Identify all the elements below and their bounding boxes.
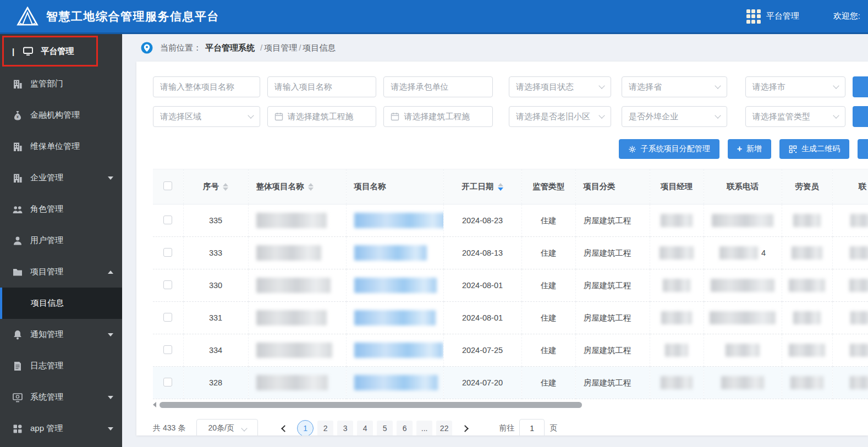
cell-labor-redacted [782, 302, 832, 334]
sort-desc-icon[interactable] [308, 187, 314, 191]
apps-grid-icon[interactable] [746, 9, 761, 24]
page-button-4[interactable]: 4 [357, 421, 373, 436]
placeholder-text: 请选择是否老旧小区 [516, 112, 590, 122]
sidebar-item-日志管理[interactable]: 日志管理 [0, 350, 122, 382]
page-button-1[interactable]: 1 [297, 420, 314, 435]
goto-page-input[interactable]: 1 [519, 419, 545, 435]
select-请选择市[interactable]: 请选择市 [745, 76, 846, 97]
sidebar-item-通知管理[interactable]: 通知管理 [0, 319, 122, 350]
cell-manager-redacted [650, 269, 704, 302]
select-请选择建筑工程施[interactable]: 请选择建筑工程施 [267, 106, 377, 127]
select-请选择是否老旧小区[interactable]: 请选择是否老旧小区 [509, 106, 611, 127]
select-请选择监管类型[interactable]: 请选择监管类型 [745, 106, 846, 127]
cell-category: 房屋建筑工程 [575, 367, 650, 399]
action-button-生成二维码[interactable]: 生成二维码 [779, 139, 849, 159]
page-button-2[interactable]: 2 [317, 421, 333, 436]
page-button-3[interactable]: 3 [337, 421, 353, 436]
sidebar-item-金融机构管理[interactable]: ¥金融机构管理 [0, 100, 122, 131]
column-label: 联 [859, 182, 867, 191]
sidebar-item-label: 平台管理 [41, 46, 74, 57]
building-icon [12, 173, 23, 184]
column-label: 序号 [203, 182, 219, 191]
sort-asc-icon[interactable] [498, 183, 503, 186]
action-button-下载[interactable]: 下载 [858, 139, 868, 159]
page-button-6[interactable]: 6 [397, 421, 413, 436]
row-checkbox[interactable] [163, 313, 172, 322]
select-请选择区域[interactable]: 请选择区域 [153, 106, 260, 127]
redacted-link-block[interactable] [354, 278, 437, 293]
cell-overall-name-redacted [248, 205, 346, 237]
reset-button-clipped[interactable] [853, 106, 868, 127]
scrollbar-track[interactable] [160, 402, 864, 408]
select-请选择项目状态[interactable]: 请选择项目状态 [509, 76, 611, 97]
sidebar-item-用户管理[interactable]: 用户管理 [0, 225, 122, 256]
redacted-block [850, 376, 868, 389]
redacted-link-block[interactable] [354, 375, 438, 390]
breadcrumb-root[interactable]: 平台管理系统 [205, 43, 255, 53]
sidebar-item-企业管理[interactable]: 企业管理 [0, 162, 122, 194]
chevron-down-icon [108, 176, 113, 180]
select-是否外埠企业[interactable]: 是否外埠企业 [622, 106, 727, 127]
cell-phone-redacted [704, 205, 782, 237]
cell-phone-redacted [704, 302, 782, 334]
input-请输入整体项目名称[interactable]: 请输入整体项目名称 [153, 76, 260, 97]
search-button-clipped[interactable] [853, 76, 868, 97]
app-switcher-label[interactable]: 平台管理 [766, 11, 799, 21]
cell-labor-redacted [782, 367, 832, 399]
team-icon [12, 204, 23, 215]
breadcrumb-item[interactable]: 项目管理 [264, 43, 297, 52]
sort-icons[interactable] [223, 183, 228, 191]
sort-asc-icon[interactable] [223, 183, 228, 186]
select-all-checkbox[interactable] [163, 181, 172, 190]
next-page-button[interactable] [456, 420, 474, 435]
page-size-select[interactable]: 20条/页 [196, 419, 258, 435]
cell-project-name-redacted [346, 269, 443, 302]
row-checkbox[interactable] [163, 248, 172, 257]
row-checkbox[interactable] [163, 378, 172, 387]
row-checkbox[interactable] [163, 345, 172, 354]
cell-category: 房屋建筑工程 [575, 334, 650, 367]
sort-desc-icon[interactable] [223, 187, 228, 191]
column-label: 开工日期 [462, 182, 494, 191]
sidebar-item-系统管理[interactable]: 系统管理 [0, 382, 122, 413]
sidebar-subitem-项目信息[interactable]: 项目信息 [0, 288, 122, 319]
cell-manager-redacted [650, 334, 704, 367]
sidebar-item-维保单位管理[interactable]: 维保单位管理 [0, 131, 122, 162]
breadcrumb-item[interactable]: 项目信息 [303, 43, 336, 52]
action-button-新增[interactable]: +新增 [728, 139, 771, 159]
redacted-block [710, 311, 776, 324]
sidebar-item-项目管理[interactable]: 项目管理 [0, 256, 122, 288]
placeholder-text: 请选择省 [629, 82, 662, 92]
sidebar-item-app 管理[interactable]: app 管理 [0, 413, 122, 444]
redacted-link-block[interactable] [354, 245, 427, 261]
sort-icons[interactable] [498, 183, 503, 191]
redacted-link-block[interactable] [354, 213, 444, 228]
page-button-5[interactable]: 5 [377, 421, 393, 436]
sort-asc-icon[interactable] [308, 183, 314, 186]
scroll-left-arrow-icon[interactable] [153, 402, 156, 407]
page-button-22[interactable]: 22 [436, 421, 452, 436]
sidebar-item-监管部门[interactable]: 监管部门 [0, 68, 122, 100]
column-header-劳资员: 劳资员 [782, 169, 832, 205]
redacted-link-block[interactable] [354, 310, 436, 325]
plus-icon: + [737, 145, 742, 153]
phone-visible-digit: 4 [761, 249, 766, 257]
input-请输入项目名称[interactable]: 请输入项目名称 [267, 76, 377, 97]
select-请选择省[interactable]: 请选择省 [622, 76, 727, 97]
sort-icons[interactable] [308, 183, 314, 191]
sort-desc-icon[interactable] [498, 187, 503, 191]
scrollbar-thumb[interactable] [160, 402, 582, 408]
select-请选择建筑工程施[interactable]: 请选择建筑工程施 [383, 106, 493, 127]
action-button-子系统项目分配管理[interactable]: 子系统项目分配管理 [619, 139, 719, 159]
row-checkbox[interactable] [163, 216, 172, 224]
cell-checkbox [153, 302, 183, 334]
sidebar-item-角色管理[interactable]: 角色管理 [0, 194, 122, 225]
more-pages-button[interactable]: ... [416, 421, 432, 436]
sidebar-item-平台管理[interactable]: |平台管理 [0, 34, 122, 68]
cell-supervision: 住建 [521, 205, 575, 237]
prev-page-button[interactable] [276, 420, 293, 435]
input-请选择承包单位[interactable]: 请选择承包单位 [383, 76, 493, 97]
row-checkbox[interactable] [163, 280, 172, 289]
redacted-link-block[interactable] [354, 343, 443, 358]
sidebar-item-label: app 管理 [30, 423, 63, 434]
